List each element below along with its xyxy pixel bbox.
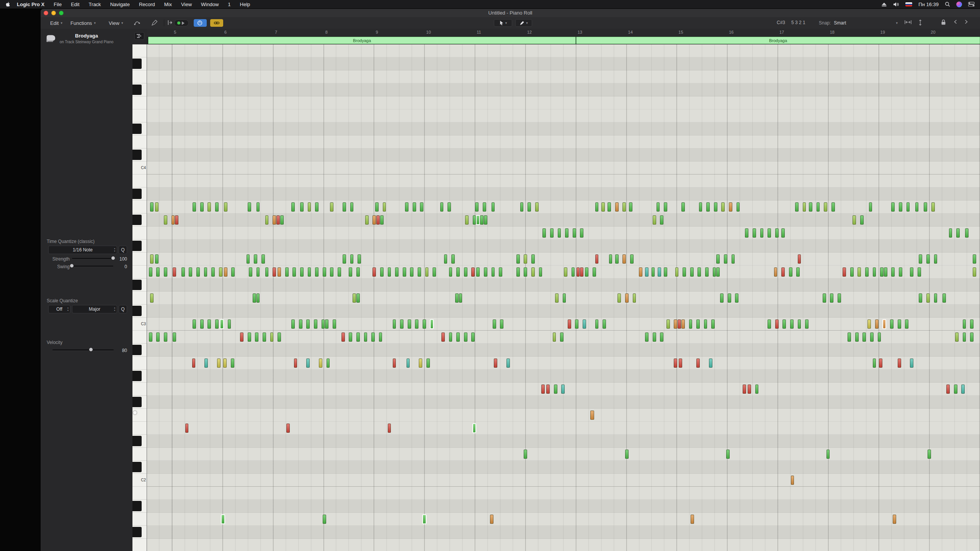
midi-note[interactable] [493,320,496,329]
midi-draw-icon[interactable] [134,20,140,26]
midi-note[interactable] [480,215,483,225]
midi-note[interactable] [843,267,846,277]
slider-thumb[interactable] [89,347,93,352]
midi-note[interactable] [306,359,310,368]
midi-note[interactable] [499,267,502,277]
midi-note[interactable] [419,359,422,368]
midi-note[interactable] [156,333,160,342]
piano-key-e2[interactable] [132,422,147,435]
midi-note[interactable] [221,515,225,524]
midi-note[interactable] [862,333,866,342]
midi-note[interactable] [379,333,382,342]
midi-note[interactable] [300,267,304,277]
midi-note[interactable] [617,293,621,303]
midi-note[interactable] [155,202,158,212]
midi-note[interactable] [906,202,910,212]
midi-note[interactable] [898,359,901,368]
midi-note[interactable] [942,293,946,303]
midi-note[interactable] [729,202,732,212]
midi-note[interactable] [699,202,702,212]
scale-root-select[interactable]: Off ▴▾ [48,305,70,313]
midi-note[interactable] [720,293,724,303]
midi-note[interactable] [697,267,701,277]
piano-key-cs3[interactable] [132,305,147,318]
midi-note[interactable] [550,228,554,238]
midi-note[interactable] [681,202,685,212]
midi-note[interactable] [388,267,391,277]
midi-note[interactable] [459,293,462,303]
midi-note[interactable] [910,267,913,277]
midi-note[interactable] [323,515,326,524]
midi-region[interactable]: Brodyaga [576,37,980,44]
midi-note[interactable] [919,254,922,264]
piano-key-ds2[interactable] [132,435,147,448]
midi-note[interactable] [755,385,759,394]
midi-note[interactable] [270,333,274,342]
midi-note[interactable] [789,267,792,277]
midi-note[interactable] [858,267,861,277]
midi-note[interactable] [666,320,670,329]
midi-note[interactable] [315,267,318,277]
midi-note[interactable] [471,267,475,277]
midi-note[interactable] [798,254,801,264]
midi-note[interactable] [724,254,727,264]
midi-note[interactable] [314,320,317,329]
midi-note[interactable] [483,202,486,212]
midi-note[interactable] [371,333,375,342]
piano-key-gs2[interactable] [132,370,147,383]
midi-note[interactable] [200,320,204,329]
midi-note[interactable] [393,359,396,368]
midi-note[interactable] [590,411,594,420]
midi-note[interactable] [753,228,756,238]
midi-note[interactable] [898,320,901,329]
midi-note[interactable] [524,267,527,277]
midi-note[interactable] [372,215,376,225]
midi-note[interactable] [192,359,196,368]
midi-note[interactable] [449,333,452,342]
midi-note[interactable] [240,333,243,342]
midi-note[interactable] [217,359,220,368]
midi-note[interactable] [173,267,176,277]
midi-note[interactable] [838,293,841,303]
midi-note[interactable] [664,202,667,212]
midi-note[interactable] [850,267,854,277]
midi-note[interactable] [679,359,682,368]
midi-note[interactable] [775,320,779,329]
midi-note[interactable] [407,359,410,368]
midi-note[interactable] [189,267,192,277]
midi-note[interactable] [910,359,913,368]
midi-note[interactable] [292,267,296,277]
scale-quantize-apply-button[interactable]: Q [119,305,127,313]
midi-note[interactable] [531,267,535,277]
snap-menu[interactable]: Snap: Smart ▾ [819,19,898,27]
midi-note[interactable] [546,385,550,394]
midi-note[interactable] [573,228,576,238]
slider-thumb[interactable] [70,264,74,268]
midi-note[interactable] [658,267,661,277]
midi-note[interactable] [330,267,333,277]
piano-key-cs2[interactable] [132,461,147,474]
midi-note[interactable] [704,320,707,329]
midi-note[interactable] [709,359,712,368]
midi-note[interactable] [456,267,460,277]
midi-note[interactable] [946,385,950,394]
menu-item-edit[interactable]: Edit [71,2,79,7]
midi-note[interactable] [919,293,922,303]
midi-note[interactable] [285,267,289,277]
piano-key-as2[interactable] [132,344,147,357]
midi-note[interactable] [308,267,311,277]
midi-note[interactable] [494,359,497,368]
midi-note[interactable] [276,215,280,225]
midi-note[interactable] [970,333,973,342]
midi-note[interactable] [476,215,480,225]
midi-note[interactable] [338,267,341,277]
midi-note[interactable] [173,333,176,342]
midi-note[interactable] [956,228,960,238]
piano-key-as3[interactable] [132,187,147,201]
midi-note[interactable] [817,202,820,212]
midi-note[interactable] [333,320,336,329]
midi-note[interactable] [660,333,663,342]
menu-item-help[interactable]: Help [240,2,250,7]
midi-region[interactable]: Brodyaga [148,37,576,44]
midi-note[interactable] [625,293,629,303]
